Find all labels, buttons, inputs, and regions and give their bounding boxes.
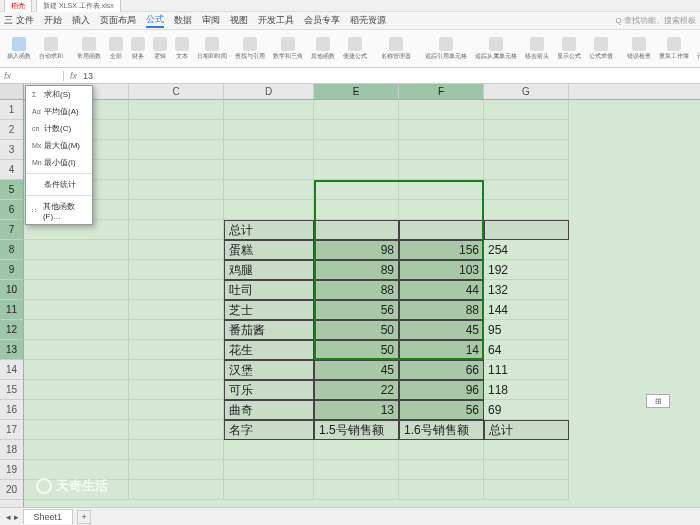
ribbon-button[interactable]: 公式求值 xyxy=(586,35,616,63)
ribbon-button[interactable]: 其他函数 xyxy=(308,35,338,63)
cell[interactable]: 可乐 xyxy=(224,380,314,400)
dropdown-item[interactable]: Aα平均值(A) xyxy=(26,103,92,120)
row-header[interactable]: 14 xyxy=(0,360,23,380)
cell[interactable]: 22 xyxy=(314,380,399,400)
cell[interactable] xyxy=(399,200,484,220)
menu-item[interactable]: 开发工具 xyxy=(258,14,294,27)
cell[interactable] xyxy=(314,100,399,120)
cell[interactable]: 98 xyxy=(314,240,399,260)
cell[interactable]: 103 xyxy=(399,260,484,280)
cell[interactable] xyxy=(314,480,399,500)
column-header[interactable]: C xyxy=(129,84,224,99)
ribbon-button[interactable]: 常用函数 xyxy=(74,35,104,63)
ribbon-button[interactable]: 财务 xyxy=(128,35,148,63)
ribbon-button[interactable]: 重算工作簿 xyxy=(656,35,692,63)
dropdown-item[interactable]: cn计数(C) xyxy=(26,120,92,137)
row-header[interactable]: 10 xyxy=(0,280,23,300)
cell[interactable]: 144 xyxy=(484,300,569,320)
cell[interactable] xyxy=(484,480,569,500)
ribbon-button[interactable]: 显示公式 xyxy=(554,35,584,63)
fx-icon[interactable]: fx xyxy=(70,71,77,81)
menu-item[interactable]: 视图 xyxy=(230,14,248,27)
cell[interactable] xyxy=(129,440,224,460)
cell[interactable] xyxy=(129,260,224,280)
menu-item[interactable]: 会员专享 xyxy=(304,14,340,27)
cell[interactable] xyxy=(399,160,484,180)
row-header[interactable]: 18 xyxy=(0,440,23,460)
cells-grid[interactable]: 总计蛋糕98156254鸡腿89103192吐司8844132芝士5688144… xyxy=(24,100,700,509)
cell[interactable] xyxy=(129,340,224,360)
autosum-badge[interactable]: ⊞ xyxy=(646,394,670,408)
cell[interactable] xyxy=(399,460,484,480)
row-header[interactable]: 1 xyxy=(0,100,23,120)
cell[interactable]: 曲奇 xyxy=(224,400,314,420)
cell[interactable] xyxy=(24,280,129,300)
cell[interactable] xyxy=(484,440,569,460)
titlebar-tab-file[interactable]: 新建 XLSX 工作表.xlsx xyxy=(36,0,121,12)
cell[interactable]: 66 xyxy=(399,360,484,380)
cell[interactable]: 96 xyxy=(399,380,484,400)
cell[interactable]: 254 xyxy=(484,240,569,260)
cell[interactable] xyxy=(399,120,484,140)
dropdown-item[interactable]: Mx最大值(M) xyxy=(26,137,92,154)
cell[interactable] xyxy=(314,140,399,160)
cell[interactable] xyxy=(24,420,129,440)
cell[interactable] xyxy=(224,440,314,460)
cell[interactable] xyxy=(314,460,399,480)
cell[interactable] xyxy=(224,140,314,160)
cell[interactable] xyxy=(24,360,129,380)
cell[interactable] xyxy=(129,240,224,260)
row-header[interactable]: 19 xyxy=(0,460,23,480)
cell[interactable] xyxy=(129,180,224,200)
cell[interactable] xyxy=(24,240,129,260)
row-header[interactable]: 3 xyxy=(0,140,23,160)
cell[interactable]: 64 xyxy=(484,340,569,360)
cell[interactable] xyxy=(129,160,224,180)
ribbon-button[interactable]: 逻辑 xyxy=(150,35,170,63)
cell[interactable] xyxy=(399,220,484,240)
cell[interactable] xyxy=(484,460,569,480)
dropdown-item[interactable]: 条件统计 xyxy=(26,176,92,193)
cell[interactable] xyxy=(129,420,224,440)
cell[interactable] xyxy=(24,260,129,280)
column-header[interactable]: G xyxy=(484,84,569,99)
cell[interactable]: 芝士 xyxy=(224,300,314,320)
cell[interactable] xyxy=(314,200,399,220)
cell[interactable]: 50 xyxy=(314,320,399,340)
cell[interactable]: 汉堡 xyxy=(224,360,314,380)
search-box[interactable]: Q 查找功能、搜索模板 xyxy=(616,15,696,26)
cell[interactable] xyxy=(484,140,569,160)
row-header[interactable]: 13 xyxy=(0,340,23,360)
cell[interactable]: 111 xyxy=(484,360,569,380)
cell[interactable] xyxy=(484,220,569,240)
cell[interactable] xyxy=(129,320,224,340)
cell[interactable]: 50 xyxy=(314,340,399,360)
cell[interactable] xyxy=(24,340,129,360)
cell[interactable] xyxy=(129,120,224,140)
cell[interactable] xyxy=(224,100,314,120)
select-all-corner[interactable] xyxy=(0,84,24,99)
cell[interactable] xyxy=(224,200,314,220)
row-header[interactable]: 8 xyxy=(0,240,23,260)
row-header[interactable]: 12 xyxy=(0,320,23,340)
cell[interactable] xyxy=(24,300,129,320)
cell[interactable] xyxy=(399,140,484,160)
cell[interactable]: 95 xyxy=(484,320,569,340)
dropdown-item[interactable]: Mn最小值(I) xyxy=(26,154,92,171)
ribbon-button[interactable]: 插入函数 xyxy=(4,35,34,63)
ribbon-button[interactable]: 追踪从属单元格 xyxy=(472,35,520,63)
add-sheet-button[interactable]: + xyxy=(77,510,91,524)
cell[interactable]: 蛋糕 xyxy=(224,240,314,260)
cell[interactable]: 88 xyxy=(399,300,484,320)
cell[interactable] xyxy=(314,160,399,180)
cell[interactable] xyxy=(129,380,224,400)
sheet-tab-active[interactable]: Sheet1 xyxy=(23,509,74,524)
cell[interactable] xyxy=(484,200,569,220)
dropdown-item[interactable]: Σ求和(S) xyxy=(26,86,92,103)
row-header[interactable]: 9 xyxy=(0,260,23,280)
cell[interactable] xyxy=(314,180,399,200)
cell[interactable] xyxy=(399,100,484,120)
cell[interactable]: 吐司 xyxy=(224,280,314,300)
ribbon-button[interactable]: 数学和三角 xyxy=(270,35,306,63)
column-header[interactable]: F xyxy=(399,84,484,99)
